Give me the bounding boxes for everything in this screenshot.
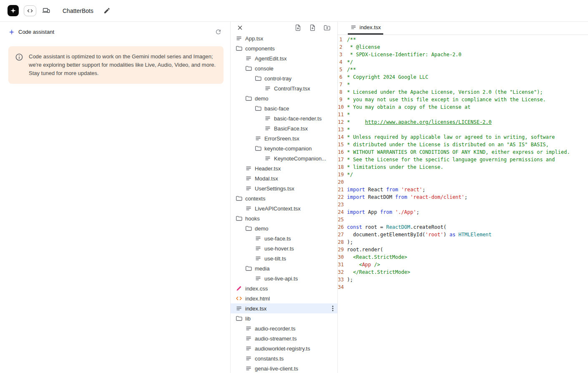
tree-item-label: LiveAPIContext.tsx xyxy=(255,205,301,212)
tree-item-label: control-tray xyxy=(264,75,291,82)
tree-item[interactable]: index.css xyxy=(231,283,337,293)
code-line: 3 * SPDX-License-Identifier: Apache-2.0 xyxy=(338,51,588,58)
code-line: 6* Copyright 2024 Google LLC xyxy=(338,73,588,81)
tree-item-label: Header.tsx xyxy=(255,165,281,172)
add-file-button[interactable] xyxy=(307,23,318,33)
file-explorer-panel: App.tsxcomponentsAgentEdit.tsxconsolecon… xyxy=(231,22,338,373)
code-line: 7* xyxy=(338,81,588,88)
code-line-text: * limitations under the License. xyxy=(347,163,443,171)
tree-item[interactable]: basic-face xyxy=(231,103,337,113)
file-file-icon xyxy=(245,205,252,212)
tree-item-label: Modal.tsx xyxy=(255,175,278,182)
tree-item[interactable]: Modal.tsx xyxy=(231,173,337,183)
line-number: 34 xyxy=(338,283,347,291)
code-line-text: <React.StrictMode> xyxy=(347,253,407,261)
tree-item[interactable]: console xyxy=(231,63,337,73)
tree-item[interactable]: contexts xyxy=(231,193,337,203)
rename-button[interactable] xyxy=(102,5,112,16)
tree-item[interactable]: ErrorSreen.tsx xyxy=(231,133,337,143)
folder-icon xyxy=(245,95,252,102)
tree-item-label: demo xyxy=(255,95,269,102)
file-file-icon xyxy=(245,355,252,362)
line-number: 3 xyxy=(338,51,347,58)
home-button[interactable] xyxy=(8,5,19,16)
close-explorer-button[interactable] xyxy=(235,23,245,33)
tree-item[interactable]: AgentEdit.tsx xyxy=(231,53,337,63)
tree-item[interactable]: index.tsx xyxy=(231,303,337,313)
tree-item-label: basic-face-render.ts xyxy=(274,115,322,122)
tree-item[interactable]: use-face.ts xyxy=(231,233,337,243)
tree-item-label: ControlTray.tsx xyxy=(274,85,310,92)
folder-icon xyxy=(245,225,252,232)
tree-item[interactable]: Header.tsx xyxy=(231,163,337,173)
tree-item-label: use-tilt.ts xyxy=(264,255,286,262)
tree-item[interactable]: hooks xyxy=(231,213,337,223)
line-number: 25 xyxy=(338,216,347,223)
tree-item-label: genai-live-client.ts xyxy=(255,365,298,372)
tree-item[interactable]: UserSettings.tsx xyxy=(231,183,337,193)
code-line: 9* you may not use this file except in c… xyxy=(338,96,588,103)
line-number: 2 xyxy=(338,43,347,51)
line-number: 12 xyxy=(338,118,347,126)
upload-file-button[interactable] xyxy=(293,23,303,33)
file-tree: App.tsxcomponentsAgentEdit.tsxconsolecon… xyxy=(231,33,337,373)
tree-item[interactable]: demo xyxy=(231,93,337,103)
code-line: 5/** xyxy=(338,66,588,73)
tree-item[interactable]: LiveAPIContext.tsx xyxy=(231,203,337,213)
tree-item[interactable]: use-live-api.ts xyxy=(231,273,337,283)
tree-item-label: basic-face xyxy=(264,105,289,112)
tree-item[interactable]: keynote-companion xyxy=(231,143,337,153)
file-file-icon xyxy=(236,35,242,42)
tree-item[interactable]: basic-face-render.ts xyxy=(231,113,337,123)
folder-icon xyxy=(236,315,242,322)
tree-item[interactable]: BasicFace.tsx xyxy=(231,123,337,133)
code-line-text: const root = ReactDOM.createRoot( xyxy=(347,223,446,231)
file-file-icon xyxy=(245,345,252,352)
tree-item[interactable]: index.html xyxy=(231,293,337,303)
tree-item[interactable]: audioworklet-registry.ts xyxy=(231,343,337,353)
refresh-button[interactable] xyxy=(213,27,224,37)
tree-item[interactable]: audio-recorder.ts xyxy=(231,323,337,333)
code-line: 24import App from './App'; xyxy=(338,208,588,216)
tree-item-label: ErrorSreen.tsx xyxy=(264,135,299,142)
code-line: 1/** xyxy=(338,36,588,43)
tree-item[interactable]: use-tilt.ts xyxy=(231,253,337,263)
tree-item[interactable]: control-tray xyxy=(231,73,337,83)
file-file-icon xyxy=(264,125,271,132)
add-folder-button[interactable] xyxy=(322,23,332,33)
spark-icon xyxy=(8,29,15,35)
file-file-icon xyxy=(255,135,261,142)
tree-item[interactable]: App.tsx xyxy=(231,33,337,43)
tree-item-label: AgentEdit.tsx xyxy=(255,55,287,62)
tree-item-label: use-face.ts xyxy=(264,235,291,242)
tree-item[interactable]: constants.ts xyxy=(231,353,337,363)
tree-item[interactable]: use-hover.ts xyxy=(231,243,337,253)
tree-item-label: hooks xyxy=(245,215,260,222)
tree-item[interactable]: audio-streamer.ts xyxy=(231,333,337,343)
editor-tab-index-tsx[interactable]: index.tsx xyxy=(348,21,383,35)
code-line-text: </React.StrictMode> xyxy=(347,268,410,276)
file-menu-kebab-button[interactable] xyxy=(332,305,334,312)
folder-icon xyxy=(236,215,242,222)
tree-item[interactable]: lib xyxy=(231,313,337,323)
edit-pencil-icon xyxy=(103,7,111,14)
code-view-toggle[interactable] xyxy=(24,5,36,16)
tree-item[interactable]: demo xyxy=(231,223,337,233)
tree-item[interactable]: media xyxy=(231,263,337,273)
file-file-icon xyxy=(255,235,261,242)
tree-item[interactable]: KeynoteCompanion... xyxy=(231,153,337,163)
preview-toggle[interactable] xyxy=(40,5,52,16)
folder-icon xyxy=(255,105,261,112)
tree-item[interactable]: components xyxy=(231,43,337,53)
code-editor[interactable]: 1/**2 * @license3 * SPDX-License-Identif… xyxy=(338,35,588,373)
code-line-text: ); xyxy=(347,276,353,283)
file-file-icon xyxy=(255,255,261,262)
code-line: 34 xyxy=(338,283,588,291)
tree-item[interactable]: ControlTray.tsx xyxy=(231,83,337,93)
code-line-text: * Copyright 2024 Google LLC xyxy=(347,73,428,81)
tree-item[interactable]: genai-live-client.ts xyxy=(231,363,337,373)
tree-item-label: index.css xyxy=(245,285,268,292)
code-line-text: */ xyxy=(347,58,353,66)
code-line: 2 * @license xyxy=(338,43,588,51)
app-title: ChatterBots xyxy=(63,8,93,14)
